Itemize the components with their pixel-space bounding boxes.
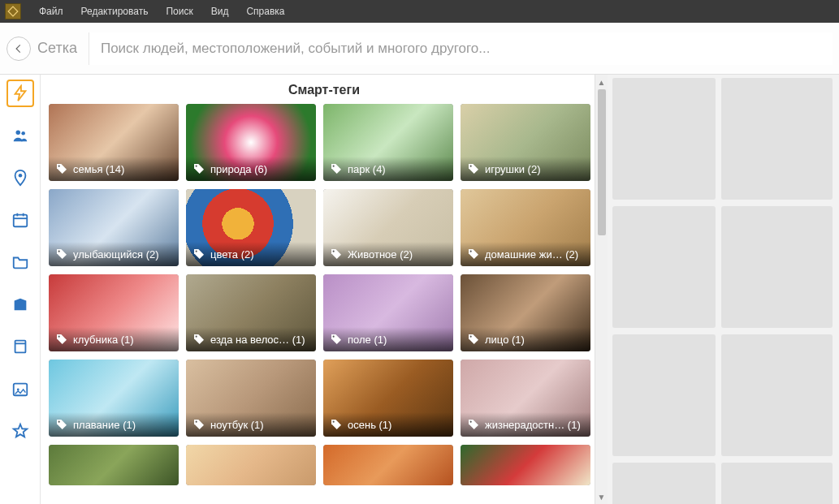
tag-icon (55, 333, 68, 346)
svg-point-22 (196, 336, 197, 338)
sidebar-item-places[interactable] (6, 164, 34, 192)
tag-icon (192, 418, 205, 431)
menu-file[interactable]: Файл (31, 2, 71, 20)
tag-label: домашние жи… (2) (485, 248, 578, 261)
star-icon (11, 422, 29, 440)
svg-point-24 (470, 336, 472, 338)
svg-point-28 (470, 421, 472, 423)
tag-overlay: природа (6) (186, 157, 316, 181)
app-logo-icon (7, 6, 19, 17)
svg-rect-4 (13, 215, 27, 227)
bg-thumb (612, 334, 716, 456)
folder-icon (11, 253, 29, 271)
tag-overlay: улыбающийся (2) (49, 242, 179, 266)
sidebar-item-date[interactable] (6, 206, 34, 234)
tag-label: осень (1) (348, 419, 391, 431)
tag-label: улыбающийся (2) (73, 248, 159, 261)
tag-card[interactable]: плавание (1) (49, 360, 179, 437)
location-pin-icon (11, 169, 29, 187)
scroll-up-arrow[interactable]: ▲ (596, 76, 608, 88)
sidebar-item-favorites[interactable] (6, 417, 34, 445)
tag-card[interactable]: цвета (2) (186, 189, 316, 266)
tag-thumbnail (461, 445, 590, 485)
svg-point-13 (58, 166, 60, 167)
book-icon (11, 338, 29, 355)
svg-point-25 (58, 421, 60, 423)
tag-overlay: лицо (1) (461, 327, 590, 351)
svg-point-3 (18, 174, 22, 178)
sidebar-item-keywords[interactable] (6, 333, 34, 360)
background-photo-grid (608, 75, 839, 504)
tag-overlay: жизнерадостн… (1) (461, 412, 590, 437)
back-button[interactable] (6, 37, 31, 61)
tag-overlay: домашние жи… (2) (461, 242, 590, 266)
tag-label: природа (6) (210, 163, 267, 175)
tag-card[interactable]: улыбающийся (2) (49, 189, 179, 266)
tag-overlay: езда на велос… (1) (186, 327, 316, 351)
tag-label: парк (4) (348, 163, 386, 175)
tag-icon (330, 333, 343, 346)
tag-card[interactable] (186, 445, 316, 485)
search-input[interactable] (89, 32, 833, 65)
tag-overlay: поле (1) (323, 327, 453, 351)
tag-icon (192, 333, 205, 346)
svg-point-18 (196, 251, 197, 252)
tag-card[interactable]: Животное (2) (323, 189, 453, 266)
tag-card[interactable]: игрушки (2) (461, 104, 590, 181)
tag-card[interactable]: клубника (1) (49, 274, 179, 351)
tag-label: лицо (1) (485, 334, 525, 346)
tag-card[interactable]: езда на велос… (1) (186, 274, 316, 351)
menu-edit[interactable]: Редактировать (73, 2, 157, 20)
scroll-thumb[interactable] (598, 89, 606, 235)
scroll-down-arrow[interactable]: ▼ (596, 491, 608, 502)
tag-overlay: клубника (1) (49, 327, 179, 351)
tag-card[interactable]: осень (1) (323, 360, 453, 437)
app-icon (5, 3, 21, 19)
menu-help[interactable]: Справка (238, 2, 292, 20)
tag-card[interactable] (461, 445, 590, 485)
tag-icon (192, 162, 205, 175)
tag-card[interactable]: парк (4) (323, 104, 453, 181)
tag-icon (467, 333, 480, 346)
sidebar-item-people[interactable] (6, 122, 34, 149)
tag-card[interactable]: семья (14) (49, 104, 179, 181)
tag-card[interactable]: природа (6) (186, 104, 316, 181)
menu-view[interactable]: Вид (203, 2, 237, 20)
menu-bar: Файл Редактировать Поиск Вид Справка (0, 0, 839, 23)
bg-thumb (612, 78, 716, 200)
tag-card[interactable]: домашние жи… (2) (461, 189, 590, 266)
svg-point-27 (333, 421, 335, 423)
svg-point-14 (196, 166, 197, 167)
panel-title: Смарт-теги (41, 75, 608, 104)
scrollbar[interactable]: ▲ ▼ (595, 75, 608, 504)
tag-card[interactable]: поле (1) (323, 274, 453, 351)
tag-card[interactable] (323, 445, 453, 485)
tag-card[interactable]: ноутбук (1) (186, 360, 316, 437)
tag-icon (55, 418, 68, 431)
sidebar-item-smart-tags[interactable] (6, 80, 34, 107)
svg-point-19 (333, 251, 335, 252)
sidebar-item-albums[interactable] (6, 291, 34, 318)
tag-overlay: семья (14) (49, 157, 179, 181)
tag-label: семья (14) (73, 163, 124, 175)
tag-overlay: осень (1) (323, 412, 453, 437)
main: Смарт-теги семья (14)природа (6)парк (4)… (0, 75, 839, 504)
menu-search[interactable]: Поиск (158, 2, 201, 20)
bg-thumb (612, 206, 716, 328)
calendar-image-icon (11, 380, 29, 398)
svg-point-1 (15, 131, 20, 136)
tag-card[interactable]: жизнерадостн… (1) (461, 360, 590, 437)
svg-point-23 (333, 336, 335, 338)
bg-thumb (721, 334, 833, 456)
sidebar (0, 75, 41, 504)
smart-tags-panel: Смарт-теги семья (14)природа (6)парк (4)… (41, 75, 608, 504)
sidebar-item-folders[interactable] (6, 248, 34, 276)
tag-card[interactable] (49, 445, 179, 485)
tag-card[interactable]: лицо (1) (461, 274, 590, 351)
tag-icon (330, 418, 343, 431)
tag-icon (55, 248, 68, 261)
svg-rect-8 (15, 341, 25, 353)
tag-thumbnail (323, 445, 453, 485)
tag-overlay: парк (4) (323, 157, 453, 181)
sidebar-item-events[interactable] (6, 375, 34, 403)
